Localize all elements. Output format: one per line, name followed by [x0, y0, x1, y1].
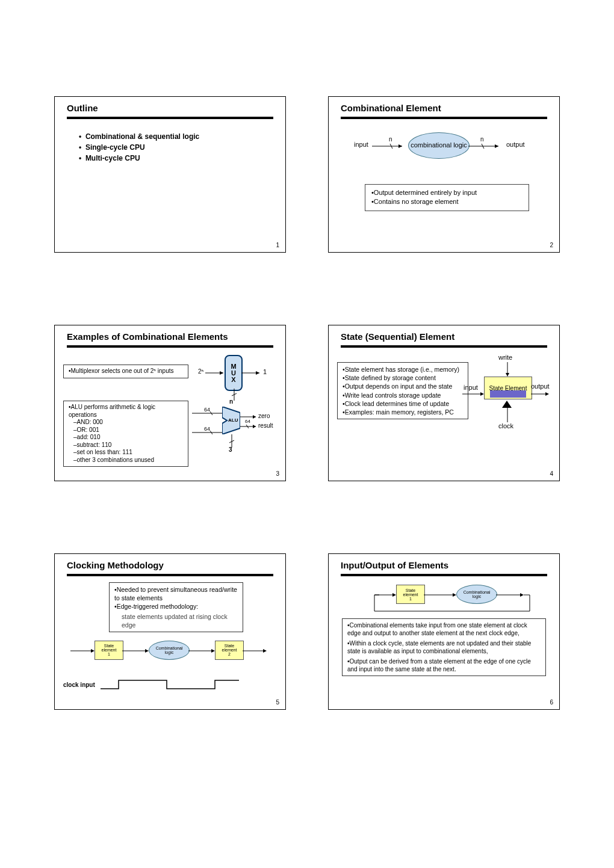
- svg-marker-9: [256, 371, 259, 375]
- slide-title: State (Sequential) Element: [341, 331, 547, 342]
- state-element-2: State element 2: [215, 641, 244, 660]
- wire-width-n: n: [480, 136, 484, 143]
- state-description-box: •State element has storage (i.e., memory…: [337, 362, 468, 419]
- slide-title: Clocking Methodology: [67, 560, 273, 570]
- title-underline: [67, 345, 273, 348]
- slide-outline: Outline • Combinational & sequential log…: [54, 96, 286, 253]
- slide-title: Examples of Combinational Elements: [67, 331, 273, 342]
- notes-box: •Needed to prevent simultaneous read/wri…: [109, 582, 243, 632]
- clock-waveform: [101, 677, 239, 692]
- notes-box: •Output determined entirely by input •Co…: [365, 184, 529, 211]
- clock-label: clock: [498, 422, 513, 429]
- page-number: 1: [276, 242, 279, 248]
- svg-marker-2: [398, 144, 402, 148]
- slide-examples-combinational: Examples of Combinational Elements •Mult…: [54, 325, 286, 481]
- alu-ctl-width: 3: [229, 446, 232, 453]
- slide-title: Input/Output of Elements: [341, 560, 547, 570]
- title-underline: [341, 345, 547, 348]
- note-line: •Output determined entirely by input: [371, 188, 523, 197]
- bullet-item: • Multi-cycle CPU: [79, 154, 273, 162]
- sub-note: state elements updated at rising clock e…: [114, 612, 238, 629]
- combinational-logic-bubble: combinational logic: [408, 132, 470, 159]
- alu-label: ALU: [228, 417, 238, 423]
- page-number: 6: [550, 699, 553, 706]
- alu-result-label: result: [258, 422, 273, 429]
- output-label: output: [506, 141, 525, 148]
- svg-marker-5: [495, 144, 498, 148]
- title-underline: [67, 117, 273, 119]
- bullet-item: • Combinational & sequential logic: [79, 132, 273, 141]
- page-number: 5: [276, 699, 279, 706]
- mux-in-label: 2ⁿ: [198, 368, 203, 375]
- bullet-list: • Combinational & sequential logic • Sin…: [67, 132, 273, 162]
- clock-input-label: clock input: [63, 682, 95, 688]
- alu-result-width: 64: [245, 419, 250, 424]
- bullet-item: • Single-cycle CPU: [79, 143, 273, 152]
- mux-description-box: •Multiplexor selects one out of 2ⁿ input…: [63, 365, 188, 378]
- page-number: 4: [550, 470, 553, 477]
- input-label: input: [464, 384, 478, 391]
- input-label: input: [354, 141, 368, 148]
- slide-title: Combinational Element: [341, 103, 547, 113]
- svg-marker-29: [545, 392, 549, 396]
- output-label: output: [531, 383, 550, 390]
- alu-shape: ALU: [222, 407, 240, 434]
- mux-shape: M U X: [225, 355, 243, 391]
- state-element-1: State element 1: [95, 641, 123, 660]
- svg-marker-21: [253, 425, 256, 428]
- mux-out-label: 1: [263, 368, 267, 375]
- combinational-logic: Combinational logic: [149, 641, 190, 660]
- note-line: •Contains no storage element: [371, 197, 523, 206]
- state-element-box: State Element: [484, 377, 532, 399]
- slide-combinational-element: Combinational Element input n combinatio…: [328, 96, 560, 253]
- alu-description-box: •ALU performs arithmetic & logic operati…: [63, 401, 188, 467]
- svg-marker-38: [263, 649, 267, 653]
- title-underline: [341, 574, 547, 576]
- alu-zero-label: zero: [258, 413, 270, 419]
- svg-marker-7: [220, 371, 223, 375]
- wire-width-n: n: [389, 136, 392, 143]
- title-underline: [341, 117, 547, 119]
- clock-triangle-icon: [502, 401, 512, 408]
- title-underline: [67, 574, 273, 576]
- slide-clocking-methodology: Clocking Methodology •Needed to prevent …: [54, 553, 286, 710]
- notes-box: •Combinational elements take input from …: [342, 618, 546, 676]
- svg-marker-18: [253, 415, 256, 419]
- slide-input-output-elements: Input/Output of Elements State element 1…: [328, 553, 560, 710]
- write-label: write: [498, 354, 512, 361]
- slide-state-element: State (Sequential) Element •State elemen…: [328, 325, 560, 481]
- slide-title: Outline: [67, 103, 273, 113]
- page-number: 3: [276, 470, 279, 477]
- page-number: 2: [550, 242, 553, 248]
